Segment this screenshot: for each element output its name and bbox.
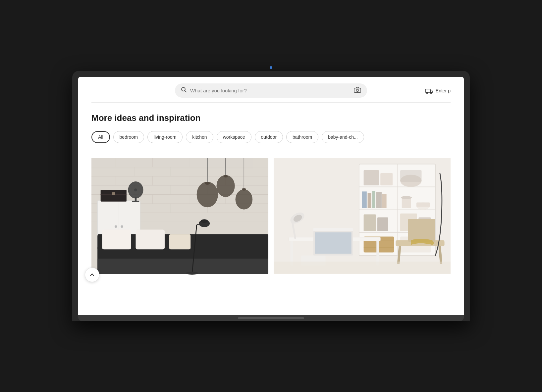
filter-chip-baby[interactable]: baby-and-ch...: [322, 131, 364, 143]
svg-rect-115: [408, 219, 435, 242]
svg-point-56: [216, 175, 235, 197]
svg-point-60: [242, 188, 246, 190]
svg-rect-90: [402, 198, 411, 208]
filter-chip-kitchen[interactable]: kitchen: [186, 131, 213, 143]
laptop-frame: Enter p More ideas and inspiration All b…: [72, 71, 470, 321]
svg-line-1: [185, 91, 187, 92]
svg-rect-94: [364, 214, 376, 231]
svg-rect-118: [274, 262, 451, 274]
trackpad: [238, 317, 304, 319]
svg-point-54: [205, 182, 210, 185]
svg-point-5: [426, 92, 428, 93]
filter-chip-outdoor[interactable]: outdoor: [255, 131, 283, 143]
section-title: More ideas and inspiration: [91, 113, 451, 123]
svg-rect-4: [425, 89, 430, 92]
svg-point-72: [186, 271, 198, 274]
camera-dot: [270, 66, 272, 69]
search-bar[interactable]: [175, 83, 367, 98]
laptop-screen: Enter p More ideas and inspiration All b…: [78, 77, 464, 315]
svg-point-43: [121, 225, 123, 228]
svg-point-6: [430, 92, 432, 93]
search-input[interactable]: [190, 88, 351, 93]
svg-rect-64: [97, 259, 268, 274]
filter-chip-bathroom[interactable]: bathroom: [286, 131, 318, 143]
svg-point-71: [201, 219, 208, 223]
scroll-up-button[interactable]: [85, 268, 99, 282]
svg-point-59: [236, 189, 253, 210]
bedroom-card[interactable]: [91, 153, 268, 279]
svg-rect-66: [136, 229, 165, 249]
filter-chip-all[interactable]: All: [91, 131, 110, 143]
svg-point-91: [401, 196, 412, 199]
svg-point-49: [134, 188, 137, 191]
svg-rect-85: [362, 191, 367, 208]
header: Enter p: [78, 77, 464, 98]
svg-rect-82: [380, 173, 393, 185]
search-icon: [181, 87, 187, 94]
svg-rect-95: [377, 218, 388, 231]
svg-point-3: [356, 89, 359, 92]
camera-search-icon[interactable]: [354, 87, 361, 94]
svg-point-57: [224, 175, 228, 177]
svg-rect-86: [368, 193, 371, 208]
svg-rect-84: [400, 170, 421, 182]
main-content: More ideas and inspiration All bedroom l…: [78, 103, 464, 292]
svg-rect-51: [132, 201, 139, 202]
svg-rect-44: [101, 190, 127, 202]
svg-rect-46: [112, 192, 115, 195]
svg-rect-65: [102, 229, 131, 249]
svg-point-53: [197, 182, 218, 207]
svg-rect-87: [372, 191, 375, 208]
svg-rect-88: [376, 192, 382, 208]
svg-rect-93: [416, 202, 430, 207]
image-grid: [91, 153, 451, 279]
filter-chip-workspace[interactable]: workspace: [217, 131, 251, 143]
filter-chip-bedroom[interactable]: bedroom: [113, 131, 144, 143]
svg-point-42: [115, 225, 117, 228]
svg-rect-81: [364, 170, 379, 185]
workspace-card[interactable]: [274, 153, 451, 279]
delivery-text: Enter p: [436, 88, 451, 93]
delivery-hint: Enter p: [425, 88, 451, 94]
laptop-base: [78, 315, 464, 321]
svg-rect-89: [382, 194, 387, 208]
screen-content: Enter p More ideas and inspiration All b…: [78, 77, 464, 292]
svg-rect-110: [315, 232, 351, 254]
filter-chip-living-room[interactable]: living-room: [147, 131, 183, 143]
svg-rect-67: [169, 234, 190, 249]
filter-chips: All bedroom living-room kitchen workspac…: [91, 131, 451, 143]
